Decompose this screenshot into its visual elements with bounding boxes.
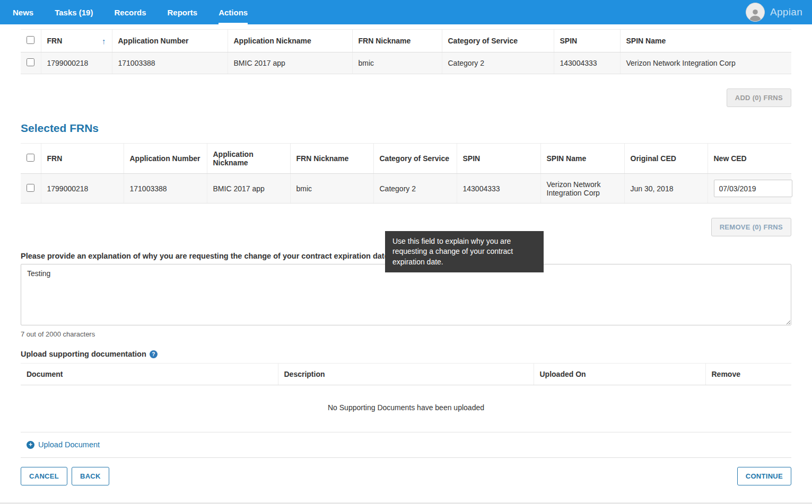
documents-empty-row: No Supporting Documents have been upload… [21,385,791,432]
nav-item-records[interactable]: Records [103,0,156,24]
character-count: 7 out of 2000 characters [21,330,791,338]
upload-document-link[interactable]: Upload Document [38,440,100,449]
explanation-label: Please provide an explanation of why you… [21,252,391,260]
column-header-spin[interactable]: SPIN [457,144,540,174]
column-header-new-ced[interactable]: New CED [708,144,791,174]
column-header-category-of-service[interactable]: Category of Service [442,30,554,52]
column-header-frn-label: FRN [47,37,63,45]
row-checkbox[interactable] [27,58,34,66]
column-header-description: Description [278,364,534,385]
cell-frn: 1799000218 [41,174,124,204]
footer-buttons: CANCEL BACK CONTINUE [21,458,791,502]
new-ced-input[interactable] [714,180,792,197]
column-header-application-number[interactable]: Application Number [112,30,228,52]
selected-frns-header-row: FRN Application Number Application Nickn… [21,144,791,174]
user-avatar-icon[interactable] [746,3,765,22]
available-frns-header-row: FRN ↑ Application Number Application Nic… [21,30,791,52]
available-frn-row: 1799000218 171003388 BMIC 2017 app bmic … [21,52,791,74]
documents-header-row: Document Description Uploaded On Remove [21,364,791,385]
column-header-application-nickname[interactable]: Application Nickname [207,144,290,174]
available-frns-table: FRN ↑ Application Number Application Nic… [21,29,791,74]
nav-items: News Tasks (19) Records Reports Actions [2,0,258,24]
remove-frns-button[interactable]: REMOVE (0) FRNS [711,218,791,236]
cell-category-of-service: Category 2 [373,174,457,204]
nav-item-news[interactable]: News [2,0,44,24]
cell-application-number: 171003388 [124,174,207,204]
cell-category-of-service: Category 2 [442,52,554,74]
cell-application-nickname: BMIC 2017 app [228,52,352,74]
upload-docs-label-row: Upload supporting documentation ? [21,350,791,358]
cell-new-ced [708,174,791,204]
nav-item-tasks[interactable]: Tasks (19) [44,0,103,24]
column-header-frn-nickname[interactable]: FRN Nickname [352,30,442,52]
row-checkbox[interactable] [27,184,34,192]
help-tooltip: Use this field to explain why you are re… [385,231,544,272]
column-header-document: Document [21,364,278,385]
cell-frn: 1799000218 [41,52,112,74]
upload-document-row: + Upload Document [21,432,791,456]
select-all-checkbox[interactable] [27,36,34,44]
cell-frn-nickname: bmic [290,174,373,204]
column-header-frn-nickname[interactable]: FRN Nickname [290,144,373,174]
page: News Tasks (19) Records Reports Actions … [0,0,812,502]
cell-spin: 143004333 [554,52,620,74]
cell-spin-name: Verizon Network Integration Corp [540,174,624,204]
column-header-spin-name[interactable]: SPIN Name [620,30,791,52]
main-content: FRN ↑ Application Number Application Nic… [0,24,812,502]
nav-item-actions[interactable]: Actions [208,0,258,24]
cancel-button[interactable]: CANCEL [21,467,67,485]
sort-ascending-icon[interactable]: ↑ [102,37,106,46]
person-icon [748,7,762,21]
cell-spin: 143004333 [457,174,540,204]
selected-frns-heading: Selected FRNs [21,122,791,135]
help-icon[interactable]: ? [150,350,158,358]
cell-application-number: 171003388 [112,52,228,74]
cell-spin-name: Verizon Network Integration Corp [620,52,791,74]
upload-docs-label: Upload supporting documentation [21,350,146,358]
column-header-frn[interactable]: FRN [41,144,124,174]
appian-logo: Appian [770,6,802,18]
selected-frn-row: 1799000218 171003388 BMIC 2017 app bmic … [21,174,791,204]
continue-button[interactable]: CONTINUE [737,467,791,485]
column-header-uploaded-on: Uploaded On [534,364,705,385]
cell-frn-nickname: bmic [352,52,442,74]
footer-spacer [113,467,733,485]
selected-frns-table: FRN Application Number Application Nickn… [21,143,791,204]
nav-item-reports[interactable]: Reports [156,0,208,24]
explanation-textarea[interactable]: Testing [21,264,791,325]
cell-application-nickname: BMIC 2017 app [207,174,290,204]
column-header-remove: Remove [705,364,791,385]
plus-circle-icon[interactable]: + [27,441,34,449]
column-header-category-of-service[interactable]: Category of Service [373,144,457,174]
back-button[interactable]: BACK [72,467,109,485]
column-header-frn[interactable]: FRN ↑ [41,30,112,52]
column-header-spin-name[interactable]: SPIN Name [540,144,624,174]
column-header-application-nickname[interactable]: Application Nickname [228,30,352,52]
nav-right: Appian [746,3,802,22]
no-documents-message: No Supporting Documents have been upload… [21,385,791,432]
column-header-application-number[interactable]: Application Number [124,144,207,174]
add-frns-button[interactable]: ADD (0) FRNS [727,89,791,107]
documents-table: Document Description Uploaded On Remove … [21,363,791,432]
top-nav: News Tasks (19) Records Reports Actions … [0,0,812,24]
column-header-original-ced[interactable]: Original CED [624,144,708,174]
select-all-checkbox[interactable] [27,154,34,162]
add-frns-button-row: ADD (0) FRNS [21,89,791,107]
cell-original-ced: Jun 30, 2018 [624,174,708,204]
column-header-spin[interactable]: SPIN [554,30,620,52]
